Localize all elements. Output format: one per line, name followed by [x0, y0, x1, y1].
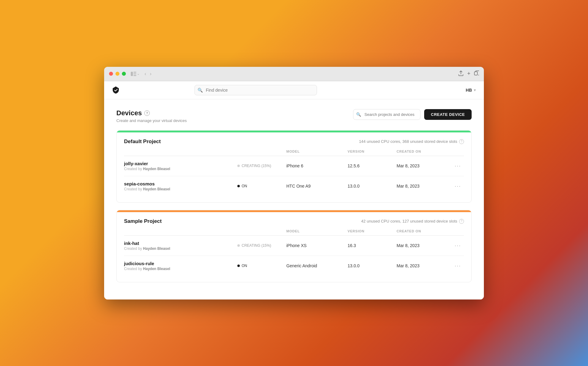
device-creator: Created by Hayden Bleasel	[124, 187, 237, 191]
traffic-light-green[interactable]	[122, 72, 126, 76]
devices-search-icon: 🔍	[356, 112, 361, 117]
header-search: 🔍	[194, 85, 317, 95]
device-model: iPhone 6	[286, 163, 348, 168]
devices-search-wrapper: 🔍	[353, 109, 420, 120]
table-row: jolly-xavier Created by Hayden Bleasel C…	[124, 156, 464, 176]
device-name: jolly-xavier	[124, 161, 237, 166]
device-version: 16.3	[348, 243, 397, 248]
page-actions: 🔍 CREATE DEVICE	[353, 109, 472, 120]
browser-titlebar: ⌄ ‹ › +	[104, 67, 484, 81]
devices-help-icon[interactable]: ?	[144, 110, 150, 116]
svg-rect-2	[134, 73, 136, 74]
table-col-version: VERSION	[348, 150, 397, 153]
more-dots-icon[interactable]: ···	[454, 242, 461, 249]
share-icon[interactable]	[458, 71, 463, 77]
device-name: sepia-cosmos	[124, 181, 237, 186]
traffic-lights	[109, 72, 126, 76]
browser-window: ⌄ ‹ › +	[104, 67, 484, 299]
more-dots-icon[interactable]: ···	[454, 183, 461, 189]
app-header: 🔍 HB ▼	[104, 81, 484, 99]
device-status: CREATING (15%)	[237, 164, 286, 168]
header-user[interactable]: HB ▼	[466, 88, 477, 93]
status-label: ON	[242, 184, 247, 188]
status-dot	[237, 244, 240, 247]
device-creator: Created by Hayden Bleasel	[124, 246, 237, 251]
project-card-inner: Default Project 144 unused CPU cores, 36…	[117, 132, 471, 202]
project-name: Sample Project	[124, 218, 162, 224]
devices-search-input[interactable]	[353, 109, 420, 120]
project-help-icon[interactable]: ?	[459, 139, 464, 144]
header-search-input[interactable]	[194, 85, 317, 95]
table-col-created-on: CREATED ON	[397, 229, 452, 233]
page-title-group: Devices ? Create and manage your virtual…	[116, 109, 353, 123]
page-header: Devices ? Create and manage your virtual…	[116, 109, 472, 123]
user-initials: HB	[466, 88, 472, 93]
device-version: 12.5.6	[348, 163, 397, 168]
table-header: MODELVERSIONCREATED ON	[124, 229, 464, 236]
create-device-button[interactable]: CREATE DEVICE	[424, 109, 472, 120]
page-title: Devices ?	[116, 109, 353, 117]
forward-button[interactable]: ›	[149, 71, 153, 77]
project-card-sample: Sample Project 42 unused CPU cores, 127 …	[116, 210, 472, 282]
table-col-model: MODEL	[286, 229, 348, 233]
device-model: HTC One A9	[286, 184, 348, 189]
table-row: sepia-cosmos Created by Hayden Bleasel O…	[124, 176, 464, 196]
project-meta: 42 unused CPU cores, 127 unused stored d…	[361, 219, 464, 224]
device-creator: Created by Hayden Bleasel	[124, 267, 237, 271]
app-logo	[111, 86, 120, 94]
device-created: Mar 8, 2023	[397, 163, 452, 168]
project-header: Sample Project 42 unused CPU cores, 127 …	[124, 218, 464, 224]
project-name: Default Project	[124, 139, 161, 145]
table-header: MODELVERSIONCREATED ON	[124, 150, 464, 156]
device-more-actions[interactable]: ···	[452, 163, 464, 169]
table-row: ink-hat Created by Hayden Bleasel CREATI…	[124, 236, 464, 256]
status-label: CREATING (15%)	[242, 164, 271, 168]
device-name: ink-hat	[124, 241, 237, 246]
device-more-actions[interactable]: ···	[452, 183, 464, 189]
back-button[interactable]: ‹	[143, 71, 147, 77]
browser-toolbar-right: +	[458, 71, 479, 77]
svg-rect-4	[474, 72, 477, 75]
device-more-actions[interactable]: ···	[452, 263, 464, 269]
device-name-cell: sepia-cosmos Created by Hayden Bleasel	[124, 181, 237, 191]
sidebar-toggle[interactable]: ⌄	[131, 72, 140, 76]
device-more-actions[interactable]: ···	[452, 242, 464, 249]
main-content: Devices ? Create and manage your virtual…	[104, 99, 484, 299]
project-help-icon[interactable]: ?	[459, 219, 464, 224]
device-name: judicious-rule	[124, 261, 237, 266]
page-title-text: Devices	[116, 109, 142, 117]
project-meta-text: 144 unused CPU cores, 368 unused stored …	[359, 139, 457, 144]
add-tab-icon[interactable]: +	[467, 71, 470, 77]
device-created: Mar 8, 2023	[397, 243, 452, 248]
nav-arrows: ‹ ›	[143, 71, 153, 77]
table-row: judicious-rule Created by Hayden Bleasel…	[124, 256, 464, 276]
device-created: Mar 8, 2023	[397, 263, 452, 268]
svg-rect-1	[134, 72, 136, 73]
device-model: Generic Android	[286, 263, 348, 268]
device-model: iPhone XS	[286, 243, 348, 248]
status-label: ON	[242, 264, 247, 268]
device-name-cell: ink-hat Created by Hayden Bleasel	[124, 241, 237, 251]
device-status: ON	[237, 264, 286, 268]
traffic-light-yellow[interactable]	[115, 72, 119, 76]
status-dot	[237, 265, 240, 267]
device-table: MODELVERSIONCREATED ON jolly-xavier Crea…	[124, 150, 464, 196]
svg-rect-0	[131, 72, 133, 76]
device-creator: Created by Hayden Bleasel	[124, 167, 237, 171]
more-dots-icon[interactable]: ···	[454, 263, 461, 269]
status-dot	[237, 185, 240, 187]
page-subtitle: Create and manage your virtual devices	[116, 118, 353, 123]
project-meta-text: 42 unused CPU cores, 127 unused stored d…	[361, 219, 457, 223]
status-dot	[237, 165, 240, 167]
duplicate-icon[interactable]	[474, 71, 479, 77]
table-col-model: MODEL	[286, 150, 348, 153]
project-meta: 144 unused CPU cores, 368 unused stored …	[359, 139, 464, 144]
svg-rect-3	[134, 75, 136, 76]
traffic-light-red[interactable]	[109, 72, 113, 76]
project-card-inner: Sample Project 42 unused CPU cores, 127 …	[117, 212, 471, 282]
header-search-icon: 🔍	[198, 88, 203, 93]
device-created: Mar 8, 2023	[397, 184, 452, 189]
device-status: ON	[237, 184, 286, 188]
device-name-cell: judicious-rule Created by Hayden Bleasel	[124, 261, 237, 271]
more-dots-icon[interactable]: ···	[454, 163, 461, 169]
